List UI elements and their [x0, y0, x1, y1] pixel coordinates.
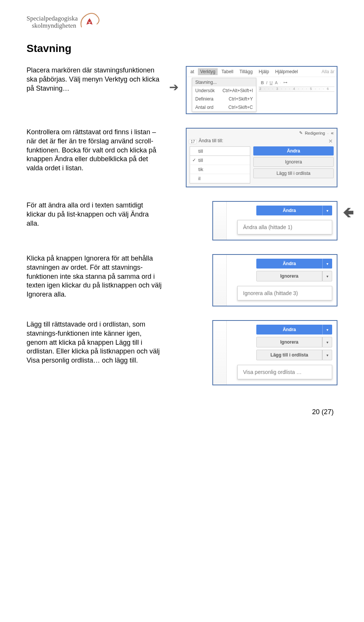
ignorera-alla-option[interactable]: Ignorera alla (hittade 3): [237, 286, 332, 300]
laggtill-button[interactable]: Lägg till i ordlista: [253, 168, 334, 178]
andra-alla-option[interactable]: Ändra alla (hittade 1): [237, 220, 332, 234]
pencil-icon: ✎: [299, 130, 303, 135]
paragraph-1: Placera markören där stavningsfunktionen…: [27, 66, 163, 93]
toolbar-preview: B I U A · ⊶ 2···3···4···5···6: [256, 77, 337, 113]
italic-icon[interactable]: I: [266, 80, 267, 85]
suggestion-item[interactable]: till: [190, 156, 250, 165]
link-icon[interactable]: ⊶: [283, 80, 287, 85]
paragraph-2: Kontrollera om rättstavat ord finns i li…: [27, 128, 163, 173]
suggestion-input[interactable]: till: [190, 147, 250, 156]
fig-ignorera-alla: Ändra ▾ Ignorera ▾ Ignorera alla (hittad…: [212, 254, 337, 306]
menu-item-definiera[interactable]: DefinieraCtrl+Skift+Y: [192, 95, 256, 103]
fig-andra-alla: 🡸 Ändra ▾ Ändra alla (hittade 1): [212, 201, 337, 240]
menu-hjalpmedel[interactable]: Hjälpmedel: [273, 68, 300, 75]
suggestion-item[interactable]: il: [190, 174, 250, 183]
dialog-header: Ändra till till:: [199, 138, 223, 144]
close-icon[interactable]: ✕: [328, 138, 333, 144]
andra-split-button[interactable]: Ändra ▾: [256, 325, 332, 335]
logo-text: Specialpedagogiska skolmyndigheten: [27, 15, 78, 29]
tab-number: 17: [189, 139, 197, 144]
redigering-label: Redigering: [305, 131, 325, 135]
menubar: at Verktyg Tabell Tillägg Hjälp Hjälpmed…: [187, 67, 337, 77]
paragraph-3: För att ändra alla ord i texten samtidig…: [27, 201, 163, 228]
caret-down-icon[interactable]: ▾: [322, 350, 332, 360]
dropdown-menu: Stavning... UndersökCtrl+Alt+Skift+I Def…: [192, 78, 256, 112]
arrow-left-icon: 🡸: [343, 206, 354, 219]
menu-at[interactable]: at: [188, 68, 196, 75]
caret-down-icon[interactable]: ▾: [322, 325, 332, 335]
menu-overflow: Alla är: [319, 68, 337, 75]
menu-item-antalord[interactable]: Antal ordCtrl+Skift+C: [192, 103, 256, 112]
page-number: 20 (27): [27, 408, 337, 416]
menu-tillagg[interactable]: Tillägg: [237, 68, 255, 75]
ignorera-button[interactable]: Ignorera: [253, 157, 334, 167]
ignorera-split-button[interactable]: Ignorera ▾: [256, 337, 332, 347]
caret-down-icon[interactable]: ▾: [322, 337, 332, 347]
fig-verktyg-menu: ➔ at Verktyg Tabell Tillägg Hjälp Hjälpm…: [186, 66, 337, 114]
ruler: 2···3···4···5···6: [259, 86, 334, 92]
andra-button[interactable]: Ändra: [253, 146, 334, 156]
caret-down-icon[interactable]: ▾: [322, 206, 332, 215]
fig-lagg-till: Ändra ▾ Ignorera ▾ Lägg till i ordlista …: [212, 320, 337, 385]
suggestion-item[interactable]: tik: [190, 165, 250, 174]
fig-spell-dialog: ✎ Redigering - « 17 Ändra till till: ✕ t…: [186, 128, 337, 187]
menu-verktyg[interactable]: Verktyg: [198, 68, 218, 75]
menu-hjalp[interactable]: Hjälp: [256, 68, 271, 75]
caret-down-icon[interactable]: ▾: [322, 271, 332, 281]
menu-item-stavning[interactable]: Stavning...: [192, 78, 256, 86]
logo: Specialpedagogiska skolmyndigheten: [27, 15, 337, 31]
textcolor-icon[interactable]: A: [275, 80, 278, 85]
andra-split-button[interactable]: Ändra ▾: [256, 206, 332, 215]
chevron-up-icon[interactable]: «: [331, 130, 334, 136]
caret-down-icon[interactable]: ▾: [322, 259, 332, 269]
menu-tabell[interactable]: Tabell: [219, 68, 235, 75]
menu-item-undersok[interactable]: UndersökCtrl+Alt+Skift+I: [192, 86, 256, 95]
suggestion-list: till till tik il: [190, 146, 250, 184]
page-title: Stavning: [27, 42, 337, 55]
visa-ordlista-option[interactable]: Visa personlig ordlista …: [237, 365, 332, 379]
laggtill-split-button[interactable]: Lägg till i ordlista ▾: [256, 350, 332, 360]
paragraph-4: Klicka på knappen Ignorera för att behål…: [27, 254, 163, 299]
paragraph-5: Lägg till rättstavade ord i ordlistan, s…: [27, 320, 163, 365]
logo-line1: Specialpedagogiska: [27, 15, 78, 22]
ignorera-split-button[interactable]: Ignorera ▾: [256, 271, 332, 281]
bold-icon[interactable]: B: [261, 80, 264, 85]
logo-swirl-icon: [78, 12, 101, 31]
arrow-right-icon: ➔: [169, 80, 179, 94]
underline-icon[interactable]: U: [270, 80, 273, 85]
andra-split-button[interactable]: Ändra ▾: [256, 259, 332, 269]
logo-line2: skolmyndigheten: [32, 22, 78, 30]
